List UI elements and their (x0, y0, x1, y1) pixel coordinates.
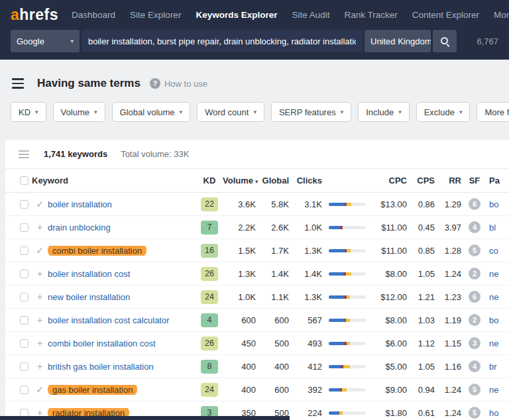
col-header-kd[interactable]: KD (196, 176, 223, 185)
how-to-use-link[interactable]: How to use (164, 79, 207, 89)
list-view-icon[interactable] (19, 150, 29, 158)
col-header-global[interactable]: Global (258, 176, 292, 185)
parent-topic-link[interactable]: ne (485, 292, 509, 302)
col-header-clicks[interactable]: Clicks (292, 176, 325, 185)
plus-icon[interactable]: + (32, 315, 48, 325)
keyword-link[interactable]: combi boiler installation (48, 246, 146, 256)
country-select[interactable]: United Kingdom ▾ (365, 30, 431, 52)
keyword-link[interactable]: british gas boiler installation (48, 362, 154, 372)
keyword-link[interactable]: boiler installation cost calculator (48, 315, 170, 325)
volume-value: 1.0K (223, 292, 258, 302)
ahrefs-logo[interactable]: ahrefs (11, 6, 58, 24)
filter-serp-features[interactable]: SERP features▾ (271, 102, 351, 122)
col-header-sf[interactable]: SF (464, 176, 485, 185)
kd-badge: 8 (201, 360, 218, 374)
nav-item-site-audit[interactable]: Site Audit (292, 10, 329, 20)
row-checkbox[interactable] (20, 316, 28, 325)
keywords-input[interactable] (82, 30, 363, 52)
row-checkbox[interactable] (20, 386, 28, 394)
nav-item-site-explorer[interactable]: Site Explorer (130, 10, 181, 20)
bar-segment-blue (329, 365, 341, 368)
clicks-bar-cell (325, 295, 367, 299)
check-icon[interactable]: ✓ (32, 199, 48, 209)
parent-topic-link[interactable]: ne (485, 269, 509, 279)
row-checkbox[interactable] (20, 200, 28, 209)
kd-badge: 26 (201, 267, 218, 281)
parent-topic-link[interactable]: ne (485, 385, 509, 395)
parent-topic-link[interactable]: co (485, 246, 509, 256)
keyword-link[interactable]: gas boiler installation (48, 385, 137, 395)
check-icon[interactable]: ✓ (32, 384, 48, 395)
nav-item-rank-tracker[interactable]: Rank Tracker (344, 10, 397, 20)
parent-topic-link[interactable]: bl (485, 223, 509, 233)
row-checkbox[interactable] (20, 362, 28, 371)
keyword-count: 1,741 keywords (44, 149, 107, 159)
nav-item-more[interactable]: More▾ (494, 10, 509, 20)
kd-cell: 24 (196, 383, 223, 397)
global-volume-value: 600 (258, 315, 292, 325)
keyword-link[interactable]: new boiler installation (48, 292, 130, 302)
bottom-strip (0, 416, 290, 420)
plus-icon[interactable]: + (32, 361, 48, 372)
keyword-link[interactable]: drain unblocking (48, 223, 111, 233)
col-header-rr[interactable]: RR (437, 176, 464, 185)
col-header-cps[interactable]: CPS (410, 176, 437, 185)
nav-item-keywords-explorer[interactable]: Keywords Explorer (196, 10, 277, 20)
serp-features-count-badge: 4 (469, 360, 481, 372)
nav-item-dashboard[interactable]: Dashboard (72, 10, 115, 20)
filter-word-count[interactable]: Word count▾ (197, 102, 264, 122)
parent-topic-link[interactable]: bo (485, 315, 509, 325)
table-row: +combi boiler installation cost264505004… (5, 332, 509, 355)
hamburger-menu-icon[interactable] (12, 78, 24, 89)
nav-item-label: Content Explorer (412, 10, 479, 20)
parent-topic-link[interactable]: ho (485, 408, 509, 418)
row-checkbox[interactable] (20, 246, 28, 255)
bar-segment-blue (329, 295, 343, 299)
filter-more-filters[interactable]: More filters▾ (477, 102, 509, 122)
cpc-value: $12.00 (367, 292, 410, 302)
sf-cell: 4 (464, 221, 485, 233)
plus-icon[interactable]: + (32, 291, 48, 302)
keyword-link[interactable]: boiler installation (48, 199, 112, 209)
col-header-cpc[interactable]: CPC (367, 176, 410, 185)
parent-topic-link[interactable]: bo (485, 199, 509, 209)
serp-features-count-badge: 4 (469, 221, 481, 233)
sf-cell: 2 (464, 314, 485, 326)
col-header-volume[interactable]: Volume▾ (223, 176, 258, 185)
keyword-link[interactable]: combi boiler installation cost (48, 339, 156, 348)
row-checkbox[interactable] (20, 270, 28, 278)
keyword-link[interactable]: boiler installation cost (48, 269, 130, 279)
plus-icon[interactable]: + (32, 268, 48, 279)
col-header-parent-topic[interactable]: Pa (485, 176, 509, 185)
row-checkbox[interactable] (20, 339, 28, 348)
filter-include[interactable]: Include▾ (358, 102, 409, 122)
filter-global-volume[interactable]: Global volume▾ (112, 102, 191, 122)
row-checkbox[interactable] (20, 293, 28, 301)
keyword-cell: combi boiler installation cost (48, 339, 196, 348)
select-all-checkbox[interactable] (20, 176, 28, 185)
help-icon[interactable]: ? (150, 78, 160, 89)
filter-label: Include (366, 107, 394, 117)
parent-topic-link[interactable]: br (485, 362, 509, 372)
check-icon[interactable]: ✓ (32, 245, 48, 256)
clicks-value: 1.3K (292, 246, 325, 256)
col-header-keyword[interactable]: Keyword (32, 176, 196, 185)
global-volume-value: 1.7K (258, 246, 292, 256)
keyword-cell: combi boiler installation (48, 246, 196, 256)
serp-features-count-badge: 3 (469, 337, 481, 349)
filter-exclude[interactable]: Exclude▾ (416, 102, 471, 122)
plus-icon[interactable]: + (32, 338, 48, 348)
search-button[interactable] (433, 30, 457, 52)
filter-label: KD (19, 107, 30, 117)
clicks-value: 567 (292, 315, 325, 325)
sf-cell: 2 (464, 268, 485, 280)
nav-item-content-explorer[interactable]: Content Explorer (412, 10, 479, 20)
filter-volume[interactable]: Volume▾ (53, 102, 105, 122)
parent-topic-link[interactable]: ne (485, 339, 509, 348)
row-checkbox[interactable] (20, 223, 28, 232)
kd-badge: 24 (201, 290, 218, 304)
filter-kd[interactable]: KD▾ (11, 102, 46, 122)
plus-icon[interactable]: + (32, 222, 48, 233)
search-engine-select[interactable]: Google ▾ (11, 30, 80, 52)
cps-value: 1.05 (410, 362, 437, 372)
